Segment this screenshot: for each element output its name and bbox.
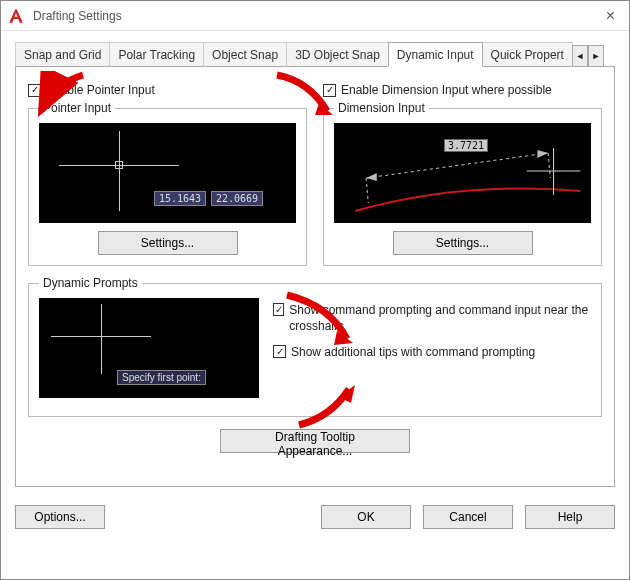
dynamic-prompts-preview: Specify first point: bbox=[39, 298, 259, 398]
coord-x-value: 15.1643 bbox=[154, 191, 206, 206]
tab-snap-and-grid[interactable]: Snap and Grid bbox=[15, 42, 110, 67]
enable-dimension-input-checkbox[interactable]: ✓ Enable Dimension Input where possible bbox=[323, 83, 602, 97]
dimension-value: 3.7721 bbox=[444, 139, 488, 152]
dynamic-prompts-group: Dynamic Prompts Specify first point: ✓ S… bbox=[28, 276, 602, 417]
tab-scroll-right-icon[interactable]: ► bbox=[588, 45, 604, 67]
tab-page-dynamic-input: ✓ Enable Pointer Input Pointer Input 15.… bbox=[15, 67, 615, 487]
show-command-prompting-label: Show command prompting and command input… bbox=[289, 302, 591, 334]
show-additional-tips-checkbox[interactable]: ✓ Show additional tips with command prom… bbox=[273, 344, 591, 360]
checkbox-icon: ✓ bbox=[28, 84, 41, 97]
svg-line-1 bbox=[366, 178, 368, 203]
dimension-input-group: Dimension Input 3.7721 bbox=[323, 101, 602, 266]
tab-polar-tracking[interactable]: Polar Tracking bbox=[109, 42, 204, 67]
show-command-prompting-checkbox[interactable]: ✓ Show command prompting and command inp… bbox=[273, 302, 591, 334]
svg-marker-3 bbox=[366, 173, 377, 181]
window-title: Drafting Settings bbox=[33, 9, 122, 23]
dialog-footer: Options... OK Cancel Help bbox=[1, 495, 629, 543]
dimension-input-legend: Dimension Input bbox=[334, 101, 429, 115]
app-logo-icon bbox=[7, 7, 25, 25]
enable-dimension-input-label: Enable Dimension Input where possible bbox=[341, 83, 552, 97]
tab-3d-object-snap[interactable]: 3D Object Snap bbox=[286, 42, 389, 67]
dynamic-prompts-legend: Dynamic Prompts bbox=[39, 276, 142, 290]
checkbox-icon: ✓ bbox=[273, 303, 284, 316]
tab-quick-properties[interactable]: Quick Propert bbox=[482, 42, 573, 67]
pointer-input-group: Pointer Input 15.1643 22.0669 Settings..… bbox=[28, 101, 307, 266]
ok-button[interactable]: OK bbox=[321, 505, 411, 529]
tooltip-appearance-button[interactable]: Drafting Tooltip Appearance... bbox=[220, 429, 410, 453]
coord-y-value: 22.0669 bbox=[211, 191, 263, 206]
svg-marker-4 bbox=[537, 150, 548, 158]
checkbox-icon: ✓ bbox=[323, 84, 336, 97]
tab-scroll-left-icon[interactable]: ◄ bbox=[572, 45, 588, 67]
checkbox-icon: ✓ bbox=[273, 345, 286, 358]
svg-line-2 bbox=[548, 153, 550, 178]
enable-pointer-input-label: Enable Pointer Input bbox=[46, 83, 155, 97]
prompt-text: Specify first point: bbox=[117, 370, 206, 385]
svg-line-0 bbox=[366, 153, 548, 178]
dimension-input-preview: 3.7721 bbox=[334, 123, 591, 223]
pointer-input-legend: Pointer Input bbox=[39, 101, 115, 115]
dimension-settings-button[interactable]: Settings... bbox=[393, 231, 533, 255]
pointer-settings-button[interactable]: Settings... bbox=[98, 231, 238, 255]
tab-object-snap[interactable]: Object Snap bbox=[203, 42, 287, 67]
dialog-content: Snap and Grid Polar Tracking Object Snap… bbox=[1, 31, 629, 495]
options-button[interactable]: Options... bbox=[15, 505, 105, 529]
close-icon[interactable]: × bbox=[598, 1, 623, 31]
cancel-button[interactable]: Cancel bbox=[423, 505, 513, 529]
show-additional-tips-label: Show additional tips with command prompt… bbox=[291, 344, 535, 360]
tab-dynamic-input[interactable]: Dynamic Input bbox=[388, 42, 483, 67]
enable-pointer-input-checkbox[interactable]: ✓ Enable Pointer Input bbox=[28, 83, 307, 97]
tab-strip: Snap and Grid Polar Tracking Object Snap… bbox=[15, 41, 615, 67]
titlebar: Drafting Settings × bbox=[1, 1, 629, 31]
help-button[interactable]: Help bbox=[525, 505, 615, 529]
pointer-input-preview: 15.1643 22.0669 bbox=[39, 123, 296, 223]
